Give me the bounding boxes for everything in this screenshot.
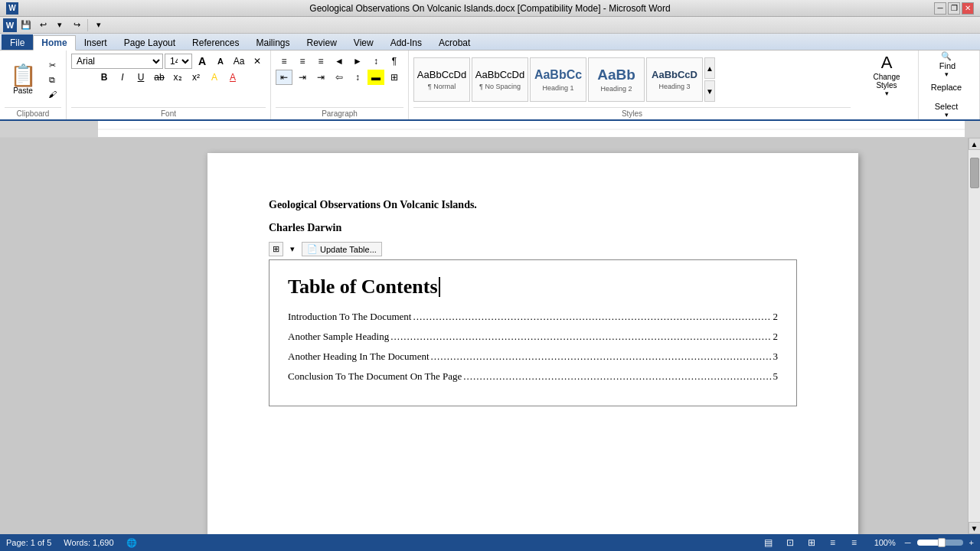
tab-home[interactable]: Home	[33, 35, 75, 51]
paste-button[interactable]: 📋 Paste	[5, 58, 41, 101]
tab-review[interactable]: Review	[298, 34, 345, 50]
clipboard-small-btns: ✂ ⧉ 🖌	[43, 58, 61, 101]
clear-format-button[interactable]: ✕	[249, 54, 266, 69]
font-shrink-button[interactable]: A	[212, 54, 229, 69]
window-title: Geological Observations On Volcanic Isla…	[0, 3, 980, 14]
qa-dropdown[interactable]: ▾	[91, 18, 106, 32]
font-size-select[interactable]: 14 12 16	[165, 54, 192, 69]
ruler-left	[0, 121, 98, 137]
styles-scroll-down[interactable]: ▼	[704, 80, 715, 102]
toc-entry-3[interactable]: Another Heading In The Document ........…	[288, 350, 778, 363]
tab-acrobat[interactable]: Acrobat	[430, 34, 479, 50]
scroll-down-arrow[interactable]: ▼	[969, 522, 981, 534]
word-logo: W	[3, 18, 17, 32]
ruler-right	[965, 121, 980, 137]
italic-button[interactable]: I	[114, 70, 131, 85]
zoom-level: 100%	[874, 538, 896, 547]
font-color-button[interactable]: A	[224, 70, 241, 85]
replace-button[interactable]: Replace	[923, 77, 969, 98]
style-heading3-label: Heading 3	[658, 83, 690, 90]
zoom-slider[interactable]	[917, 540, 963, 546]
sort-button[interactable]: ↕	[368, 54, 384, 69]
tab-file[interactable]: File	[2, 34, 33, 50]
toc-heading: Table of Contents	[288, 276, 778, 298]
web-layout-btn[interactable]: ⊞	[804, 536, 819, 549]
outline-btn[interactable]: ≡	[825, 536, 841, 549]
tab-addins[interactable]: Add-Ins	[382, 34, 430, 50]
close-button[interactable]: ✕	[962, 2, 974, 15]
toc-entry-1[interactable]: Introduction To The Document ...........…	[288, 311, 778, 323]
draft-btn[interactable]: ≡	[847, 536, 862, 549]
increase-indent-button[interactable]: ►	[349, 54, 366, 69]
style-nospacing[interactable]: AaBbCcDd ¶ No Spacing	[472, 57, 528, 102]
decrease-indent-button[interactable]: ◄	[331, 54, 348, 69]
style-heading1[interactable]: AaBbCc Heading 1	[530, 57, 586, 102]
zoom-out-button[interactable]: ─	[905, 538, 911, 547]
format-painter-button[interactable]: 🖌	[43, 87, 61, 101]
superscript-button[interactable]: x²	[188, 70, 204, 85]
restore-button[interactable]: ❐	[948, 2, 960, 15]
bold-button[interactable]: B	[96, 70, 113, 85]
title-bar: W Geological Observations On Volcanic Is…	[0, 0, 980, 17]
change-case-button[interactable]: Aa	[230, 54, 247, 69]
style-normal[interactable]: AaBbCcDd ¶ Normal	[413, 57, 470, 102]
multilevel-button[interactable]: ≡	[312, 54, 329, 69]
style-heading2[interactable]: AaBb Heading 2	[588, 57, 645, 102]
zoom-in-button[interactable]: +	[969, 538, 974, 547]
text-highlight-button[interactable]: A	[206, 70, 223, 85]
scroll-up-arrow[interactable]: ▲	[969, 138, 981, 150]
style-heading3[interactable]: AaBbCcD Heading 3	[646, 57, 703, 102]
language-indicator[interactable]: 🌐	[126, 538, 137, 548]
change-styles-button[interactable]: A ChangeStyles ▾	[860, 54, 913, 96]
align-left-button[interactable]: ⇤	[276, 70, 292, 85]
strikethrough-button[interactable]: ab	[151, 70, 168, 85]
font-group: Arial Times New Roman Calibri 14 12 16 A…	[67, 51, 271, 119]
vertical-scrollbar[interactable]: ▲ ▼	[968, 138, 980, 534]
toc-entry-2[interactable]: Another Sample Heading .................…	[288, 331, 778, 343]
scroll-thumb[interactable]	[970, 158, 979, 188]
font-family-select[interactable]: Arial Times New Roman Calibri	[71, 54, 163, 69]
align-right-button[interactable]: ⇥	[312, 70, 329, 85]
para-row1: ≡ ≡ ≡ ◄ ► ↕ ¶	[276, 54, 403, 69]
undo-dropdown[interactable]: ▾	[52, 18, 67, 32]
print-layout-btn[interactable]: ▤	[761, 536, 776, 549]
toc-icon-dropdown[interactable]: ▾	[286, 242, 299, 256]
bullets-button[interactable]: ≡	[276, 54, 292, 69]
borders-button[interactable]: ⊞	[386, 70, 403, 85]
window-controls[interactable]: ─ ❐ ✕	[934, 2, 974, 15]
numbering-button[interactable]: ≡	[294, 54, 311, 69]
full-screen-btn[interactable]: ⊡	[782, 536, 798, 549]
toc-entry-4[interactable]: Conclusion To The Document On The Page .…	[288, 370, 778, 383]
styles-scroll-up[interactable]: ▲	[704, 57, 715, 79]
shading-button[interactable]: ▬	[368, 70, 384, 85]
redo-button[interactable]: ↪	[69, 18, 84, 32]
styles-group-label: Styles	[413, 107, 851, 118]
toc-box[interactable]: Table of Contents Introduction To The Do…	[269, 259, 797, 406]
font-grow-button[interactable]: A	[194, 54, 211, 69]
toc-entry-2-text: Another Sample Heading	[288, 331, 389, 343]
zoom-handle[interactable]	[938, 538, 946, 547]
tab-mailings[interactable]: Mailings	[247, 34, 298, 50]
save-button[interactable]: 💾	[18, 18, 34, 32]
tab-page-layout[interactable]: Page Layout	[116, 34, 184, 50]
show-paragraph-button[interactable]: ¶	[386, 54, 403, 69]
tab-references[interactable]: References	[184, 34, 247, 50]
tab-view[interactable]: View	[345, 34, 382, 50]
toc-icon-btn[interactable]: ⊞	[269, 242, 283, 256]
undo-button[interactable]: ↩	[35, 18, 51, 32]
select-button[interactable]: Select ▾	[923, 99, 969, 121]
minimize-button[interactable]: ─	[934, 2, 946, 15]
align-center-button[interactable]: ⇥	[294, 70, 311, 85]
underline-button[interactable]: U	[132, 70, 149, 85]
subscript-button[interactable]: x₂	[169, 70, 186, 85]
cut-button[interactable]: ✂	[43, 58, 61, 72]
justify-button[interactable]: ⇦	[331, 70, 348, 85]
update-table-button[interactable]: 📄 Update Table...	[302, 242, 382, 256]
tab-insert[interactable]: Insert	[76, 34, 116, 50]
line-spacing-button[interactable]: ↕	[349, 70, 366, 85]
scroll-track[interactable]	[969, 150, 980, 522]
quick-access-toolbar: W 💾 ↩ ▾ ↪ ▾	[0, 17, 980, 34]
find-button[interactable]: 🔍 Find ▾	[923, 54, 969, 75]
copy-button[interactable]: ⧉	[43, 73, 61, 86]
document-scroll-area[interactable]: Geological Observations On Volcanic Isla…	[98, 138, 968, 534]
